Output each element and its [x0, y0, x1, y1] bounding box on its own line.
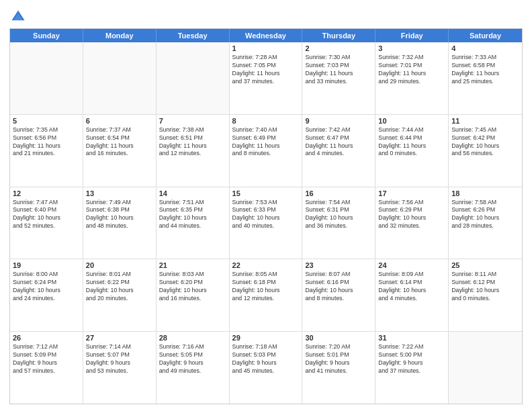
day-info: Sunrise: 7:53 AM Sunset: 6:33 PM Dayligh…: [232, 199, 300, 231]
calendar-cell: 14Sunrise: 7:51 AM Sunset: 6:35 PM Dayli…: [157, 187, 230, 259]
calendar-cell: 7Sunrise: 7:38 AM Sunset: 6:51 PM Daylig…: [157, 115, 230, 187]
day-number: 31: [378, 334, 445, 342]
weekday-header: Thursday: [302, 29, 375, 42]
calendar-cell: 13Sunrise: 7:49 AM Sunset: 6:38 PM Dayli…: [83, 187, 157, 259]
calendar-cell: 2Sunrise: 7:30 AM Sunset: 7:03 PM Daylig…: [302, 42, 375, 114]
day-info: Sunrise: 8:03 AM Sunset: 6:20 PM Dayligh…: [159, 271, 226, 303]
day-info: Sunrise: 8:00 AM Sunset: 6:24 PM Dayligh…: [13, 271, 80, 303]
calendar-cell: 21Sunrise: 8:03 AM Sunset: 6:20 PM Dayli…: [157, 259, 230, 331]
day-info: Sunrise: 7:37 AM Sunset: 6:54 PM Dayligh…: [86, 126, 153, 158]
day-number: 1: [232, 44, 300, 52]
day-number: 14: [159, 189, 226, 197]
calendar-cell: [449, 332, 522, 404]
calendar-cell: 6Sunrise: 7:37 AM Sunset: 6:54 PM Daylig…: [83, 115, 157, 187]
calendar-cell: 9Sunrise: 7:42 AM Sunset: 6:47 PM Daylig…: [302, 115, 375, 187]
day-number: 24: [378, 261, 445, 269]
calendar-row: 12Sunrise: 7:47 AM Sunset: 6:40 PM Dayli…: [10, 187, 522, 259]
calendar-cell: [157, 42, 230, 114]
calendar-cell: [10, 42, 83, 114]
day-number: 3: [378, 44, 445, 52]
day-number: 4: [451, 44, 519, 52]
day-number: 18: [451, 189, 519, 197]
day-info: Sunrise: 7:32 AM Sunset: 7:01 PM Dayligh…: [378, 54, 445, 86]
day-info: Sunrise: 7:22 AM Sunset: 5:00 PM Dayligh…: [378, 343, 445, 375]
day-number: 7: [159, 117, 226, 125]
calendar-cell: 1Sunrise: 7:28 AM Sunset: 7:05 PM Daylig…: [230, 42, 303, 114]
calendar-cell: 16Sunrise: 7:54 AM Sunset: 6:31 PM Dayli…: [302, 187, 375, 259]
day-info: Sunrise: 8:11 AM Sunset: 6:12 PM Dayligh…: [451, 271, 519, 303]
calendar-cell: 25Sunrise: 8:11 AM Sunset: 6:12 PM Dayli…: [449, 259, 522, 331]
day-info: Sunrise: 8:05 AM Sunset: 6:18 PM Dayligh…: [232, 271, 300, 303]
day-info: Sunrise: 8:09 AM Sunset: 6:14 PM Dayligh…: [378, 271, 445, 303]
calendar-cell: 8Sunrise: 7:40 AM Sunset: 6:49 PM Daylig…: [230, 115, 303, 187]
day-number: 29: [232, 334, 300, 342]
day-number: 5: [13, 117, 80, 125]
calendar-row: 19Sunrise: 8:00 AM Sunset: 6:24 PM Dayli…: [10, 259, 522, 331]
day-info: Sunrise: 7:12 AM Sunset: 5:09 PM Dayligh…: [13, 343, 80, 375]
calendar-row: 1Sunrise: 7:28 AM Sunset: 7:05 PM Daylig…: [10, 42, 522, 114]
day-number: 20: [86, 261, 153, 269]
day-info: Sunrise: 7:30 AM Sunset: 7:03 PM Dayligh…: [305, 54, 372, 86]
day-number: 12: [13, 189, 80, 197]
calendar-cell: 30Sunrise: 7:20 AM Sunset: 5:01 PM Dayli…: [302, 332, 375, 404]
calendar-cell: 24Sunrise: 8:09 AM Sunset: 6:14 PM Dayli…: [375, 259, 449, 331]
calendar-cell: 27Sunrise: 7:14 AM Sunset: 5:07 PM Dayli…: [83, 332, 157, 404]
calendar-cell: 5Sunrise: 7:35 AM Sunset: 6:56 PM Daylig…: [10, 115, 83, 187]
day-number: 6: [86, 117, 153, 125]
day-number: 17: [378, 189, 445, 197]
day-info: Sunrise: 7:33 AM Sunset: 6:58 PM Dayligh…: [451, 54, 519, 86]
page: SundayMondayTuesdayWednesdayThursdayFrid…: [0, 0, 532, 411]
calendar-cell: [83, 42, 157, 114]
day-info: Sunrise: 7:38 AM Sunset: 6:51 PM Dayligh…: [159, 126, 226, 158]
calendar-cell: 23Sunrise: 8:07 AM Sunset: 6:16 PM Dayli…: [302, 259, 375, 331]
day-info: Sunrise: 7:54 AM Sunset: 6:31 PM Dayligh…: [305, 199, 372, 231]
day-info: Sunrise: 8:01 AM Sunset: 6:22 PM Dayligh…: [86, 271, 153, 303]
day-number: 2: [305, 44, 372, 52]
weekday-header: Wednesday: [230, 29, 303, 42]
day-info: Sunrise: 7:56 AM Sunset: 6:29 PM Dayligh…: [378, 199, 445, 231]
day-info: Sunrise: 8:07 AM Sunset: 6:16 PM Dayligh…: [305, 271, 372, 303]
calendar-cell: 4Sunrise: 7:33 AM Sunset: 6:58 PM Daylig…: [449, 42, 522, 114]
day-info: Sunrise: 7:14 AM Sunset: 5:07 PM Dayligh…: [86, 343, 153, 375]
day-number: 19: [13, 261, 80, 269]
day-number: 21: [159, 261, 226, 269]
day-number: 10: [378, 117, 445, 125]
day-number: 28: [159, 334, 226, 342]
weekday-header: Monday: [83, 29, 157, 42]
calendar-body: 1Sunrise: 7:28 AM Sunset: 7:05 PM Daylig…: [10, 42, 522, 404]
day-number: 22: [232, 261, 300, 269]
day-number: 27: [86, 334, 153, 342]
calendar-cell: 22Sunrise: 8:05 AM Sunset: 6:18 PM Dayli…: [230, 259, 303, 331]
calendar-cell: 19Sunrise: 8:00 AM Sunset: 6:24 PM Dayli…: [10, 259, 83, 331]
day-info: Sunrise: 7:16 AM Sunset: 5:05 PM Dayligh…: [159, 343, 226, 375]
day-info: Sunrise: 7:58 AM Sunset: 6:26 PM Dayligh…: [451, 199, 519, 231]
weekday-header: Friday: [375, 29, 449, 42]
weekday-header: Tuesday: [157, 29, 230, 42]
header: [9, 7, 523, 24]
calendar: SundayMondayTuesdayWednesdayThursdayFrid…: [9, 28, 523, 404]
day-info: Sunrise: 7:49 AM Sunset: 6:38 PM Dayligh…: [86, 199, 153, 231]
calendar-cell: 18Sunrise: 7:58 AM Sunset: 6:26 PM Dayli…: [449, 187, 522, 259]
day-info: Sunrise: 7:47 AM Sunset: 6:40 PM Dayligh…: [13, 199, 80, 231]
day-info: Sunrise: 7:42 AM Sunset: 6:47 PM Dayligh…: [305, 126, 372, 158]
day-number: 23: [305, 261, 372, 269]
day-info: Sunrise: 7:35 AM Sunset: 6:56 PM Dayligh…: [13, 126, 80, 158]
day-info: Sunrise: 7:20 AM Sunset: 5:01 PM Dayligh…: [305, 343, 372, 375]
day-info: Sunrise: 7:40 AM Sunset: 6:49 PM Dayligh…: [232, 126, 300, 158]
logo-icon: [11, 9, 26, 24]
calendar-cell: 17Sunrise: 7:56 AM Sunset: 6:29 PM Dayli…: [375, 187, 449, 259]
logo: [9, 9, 26, 24]
day-number: 9: [305, 117, 372, 125]
day-info: Sunrise: 7:45 AM Sunset: 6:42 PM Dayligh…: [451, 126, 519, 158]
day-info: Sunrise: 7:44 AM Sunset: 6:44 PM Dayligh…: [378, 126, 445, 158]
day-number: 11: [451, 117, 519, 125]
calendar-cell: 11Sunrise: 7:45 AM Sunset: 6:42 PM Dayli…: [449, 115, 522, 187]
day-info: Sunrise: 7:28 AM Sunset: 7:05 PM Dayligh…: [232, 54, 300, 86]
calendar-cell: 3Sunrise: 7:32 AM Sunset: 7:01 PM Daylig…: [375, 42, 449, 114]
day-number: 25: [451, 261, 519, 269]
day-number: 8: [232, 117, 300, 125]
day-info: Sunrise: 7:51 AM Sunset: 6:35 PM Dayligh…: [159, 199, 226, 231]
calendar-cell: 12Sunrise: 7:47 AM Sunset: 6:40 PM Dayli…: [10, 187, 83, 259]
calendar-cell: 10Sunrise: 7:44 AM Sunset: 6:44 PM Dayli…: [375, 115, 449, 187]
calendar-cell: 31Sunrise: 7:22 AM Sunset: 5:00 PM Dayli…: [375, 332, 449, 404]
